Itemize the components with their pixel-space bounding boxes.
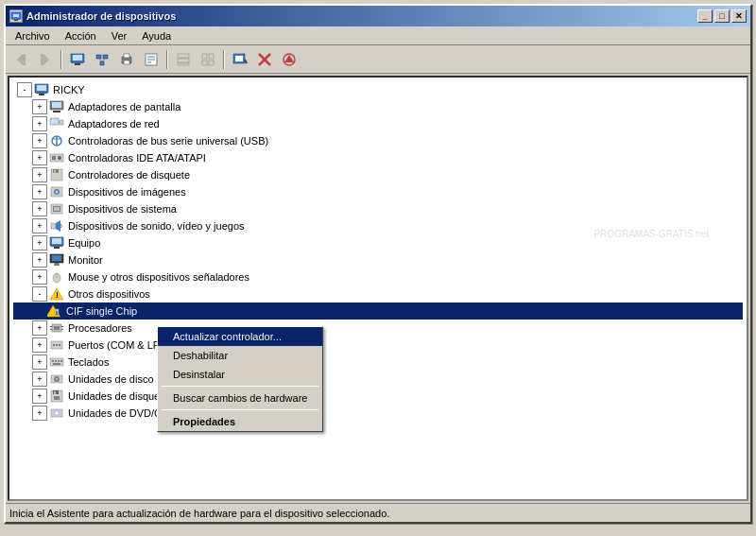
list-item[interactable]: + Monitor: [13, 251, 743, 268]
menu-ver[interactable]: Ver: [104, 28, 135, 43]
expander[interactable]: +: [32, 201, 47, 216]
expander[interactable]: +: [32, 372, 47, 387]
ctx-separator-2: [162, 409, 318, 410]
system-device-icon: [49, 201, 64, 216]
ctx-update-driver[interactable]: Actualizar controlador...: [158, 327, 322, 346]
item-label: Dispositivos de imágenes: [68, 186, 186, 198]
list-item[interactable]: + Unidades de DVD/CD-ROM: [13, 405, 743, 422]
toolbar-sep-2: [166, 50, 168, 69]
expander[interactable]: +: [32, 167, 47, 182]
list-item[interactable]: + Mouse y otros dispositivos señaladores: [13, 268, 743, 285]
list-item[interactable]: + Controladoras de bus serie universal (…: [13, 132, 743, 149]
list-item[interactable]: + Controladores de disquete: [13, 166, 743, 183]
network-button[interactable]: [91, 49, 113, 70]
expander[interactable]: +: [32, 406, 47, 421]
close-button[interactable]: ✕: [731, 9, 747, 23]
svg-line-16: [102, 59, 106, 61]
list-item[interactable]: + Unidades de disco: [13, 371, 743, 388]
svg-rect-5: [23, 54, 26, 65]
svg-marker-37: [284, 55, 294, 62]
floppy-drive-icon: [49, 389, 64, 404]
item-label: Controladoras IDE ATA/ATAPI: [68, 152, 206, 164]
list-item[interactable]: + Dispositivos de sistema: [13, 200, 743, 217]
back-button: [9, 49, 32, 70]
item-label: Adaptadores de red: [68, 118, 160, 130]
expander[interactable]: +: [32, 354, 47, 370]
svg-rect-85: [61, 326, 63, 327]
svg-point-99: [56, 378, 58, 380]
list-item[interactable]: + Dispositivos de imágenes: [13, 183, 743, 200]
list-item[interactable]: + Dispositivos de sonido, vídeo y juegos: [13, 217, 743, 234]
svg-rect-18: [124, 54, 129, 58]
cif-single-chip-item[interactable]: CIF single Chip: [13, 303, 743, 320]
ctx-scan-hardware[interactable]: Buscar cambios de hardware: [158, 389, 322, 407]
item-label: Dispositivos de sonido, vídeo y juegos: [68, 220, 245, 232]
main-content[interactable]: - RICKY + Adaptadores de pantalla +: [8, 76, 748, 501]
expander[interactable]: +: [32, 389, 47, 404]
svg-rect-94: [58, 360, 60, 362]
expander[interactable]: +: [32, 269, 47, 285]
svg-point-89: [56, 344, 58, 346]
expander[interactable]: -: [32, 286, 47, 302]
window-icon: [9, 9, 23, 23]
list-item[interactable]: - ! Otros dispositivos: [13, 285, 743, 303]
processor-icon: [49, 320, 64, 336]
list-item[interactable]: + Teclados: [13, 354, 743, 371]
item-label: Equipo: [68, 237, 100, 249]
expander[interactable]: +: [32, 133, 47, 148]
svg-rect-13: [103, 55, 108, 59]
list-item[interactable]: + Unidades de disquete: [13, 388, 743, 405]
item-label: CIF single Chip: [66, 305, 137, 317]
expander[interactable]: +: [32, 235, 47, 251]
list-item[interactable]: + Adaptadores de pantalla: [13, 98, 743, 115]
menu-archivo[interactable]: Archivo: [8, 28, 58, 43]
ctx-uninstall[interactable]: Desinstalar: [158, 365, 322, 384]
svg-text:!: !: [56, 290, 59, 300]
svg-rect-24: [178, 54, 189, 58]
computer-button[interactable]: [66, 49, 89, 70]
menu-ayuda[interactable]: Ayuda: [134, 28, 179, 43]
usb-icon: [49, 133, 64, 148]
expander[interactable]: +: [32, 150, 47, 165]
svg-rect-57: [54, 170, 56, 173]
help1-button[interactable]: [229, 49, 251, 70]
help3-button[interactable]: [278, 49, 301, 70]
expander[interactable]: +: [32, 337, 47, 353]
properties-button[interactable]: [140, 49, 163, 70]
expander[interactable]: +: [32, 320, 47, 336]
expander[interactable]: +: [32, 184, 47, 199]
svg-rect-93: [55, 360, 57, 362]
view1-button[interactable]: [172, 49, 195, 70]
expander[interactable]: +: [32, 218, 47, 233]
expander[interactable]: +: [32, 116, 47, 131]
list-item[interactable]: + Procesadores: [13, 320, 743, 337]
item-label: Dispositivos de sistema: [68, 203, 177, 215]
expander[interactable]: +: [32, 252, 47, 268]
list-item[interactable]: + Adaptadores de red: [13, 115, 743, 132]
minimize-button[interactable]: _: [697, 9, 713, 23]
svg-rect-46: [51, 119, 58, 124]
tree-root[interactable]: - RICKY: [13, 81, 743, 98]
svg-marker-4: [17, 54, 23, 65]
svg-point-106: [56, 412, 59, 415]
list-item[interactable]: + Puertos (COM & LPT): [13, 337, 743, 354]
help2-button[interactable]: [253, 49, 276, 70]
imaging-icon: [49, 184, 64, 199]
svg-marker-6: [43, 54, 49, 65]
list-item[interactable]: + Controladoras IDE ATA/ATAPI: [13, 149, 743, 166]
ctx-disable[interactable]: Deshabilitar: [158, 346, 322, 365]
view2-button[interactable]: [197, 49, 219, 70]
maximize-button[interactable]: □: [714, 9, 730, 23]
menu-accion[interactable]: Acción: [58, 28, 104, 43]
item-label: Controladoras de bus serie universal (US…: [68, 135, 268, 147]
svg-rect-84: [50, 329, 52, 330]
root-expander[interactable]: -: [17, 82, 32, 97]
ctx-properties[interactable]: Propiedades: [158, 412, 322, 431]
expander[interactable]: +: [32, 99, 47, 114]
status-bar: Inicia el Asistente para actualización d…: [6, 503, 750, 522]
svg-rect-96: [53, 363, 60, 365]
svg-rect-7: [41, 54, 43, 65]
svg-rect-67: [52, 238, 61, 244]
print-button[interactable]: [115, 49, 138, 70]
list-item[interactable]: + Equipo: [13, 234, 743, 251]
